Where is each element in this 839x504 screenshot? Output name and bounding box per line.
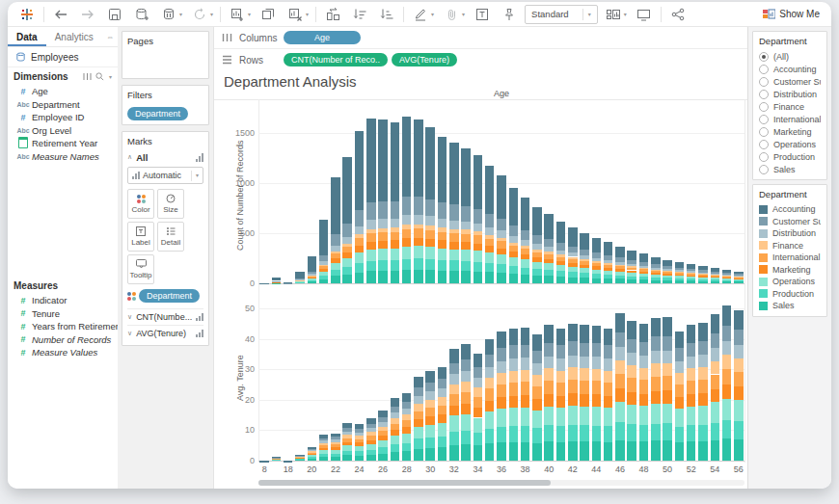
bar-segment[interactable] [568, 259, 578, 263]
bar-segment[interactable] [295, 458, 305, 459]
bar-segment[interactable] [438, 414, 447, 423]
bar-segment[interactable] [615, 422, 625, 439]
bar-segment[interactable] [449, 374, 459, 384]
bar-segment[interactable] [592, 266, 602, 269]
bar-segment[interactable] [449, 143, 459, 204]
fit-selector[interactable]: Standard ▾ [525, 5, 598, 24]
bar-segment[interactable] [556, 408, 566, 426]
bar-segment[interactable] [604, 371, 613, 383]
bar-segment[interactable] [485, 272, 495, 283]
rows-pill-cnt[interactable]: CNT(Number of Reco.. [284, 53, 388, 66]
bar-segment[interactable] [556, 426, 566, 441]
bar-segment[interactable] [651, 278, 661, 280]
bar-segment[interactable] [331, 450, 340, 454]
bar-segment[interactable] [461, 382, 471, 392]
bar-segment[interactable] [734, 276, 744, 277]
bar-segment[interactable] [568, 247, 578, 253]
bar-segment[interactable] [698, 393, 708, 406]
bar-segment[interactable] [402, 229, 412, 238]
filter-option[interactable]: Production [759, 150, 821, 163]
bar-segment[interactable] [342, 428, 352, 432]
bar-segment[interactable] [687, 357, 696, 369]
bar-segment[interactable] [391, 452, 400, 461]
bar-segment[interactable] [722, 273, 732, 275]
bar-segment[interactable] [698, 273, 708, 274]
bar-segment[interactable] [544, 407, 554, 426]
bar-segment[interactable] [568, 425, 578, 441]
bar-segment[interactable] [651, 271, 661, 273]
mark-type-dropdown[interactable]: Automatic ▾ [127, 167, 203, 184]
bar-segment[interactable] [627, 365, 636, 378]
bar-segment[interactable] [687, 276, 696, 277]
legend-item[interactable]: Distribution [759, 227, 821, 240]
bar-segment[interactable] [580, 357, 589, 369]
bar-segment[interactable] [615, 247, 625, 258]
bar-segment[interactable] [711, 375, 720, 389]
bar-segment[interactable] [391, 407, 400, 412]
bar-segment[interactable] [449, 271, 459, 283]
bar-segment[interactable] [414, 438, 423, 448]
bar-segment[interactable] [687, 277, 696, 279]
bar-segment[interactable] [331, 252, 340, 254]
bar-segment[interactable] [414, 258, 423, 269]
bar-segment[interactable] [568, 393, 578, 406]
bar-segment[interactable] [639, 380, 649, 393]
legend-item[interactable]: Production [759, 288, 821, 301]
bar-segment[interactable] [461, 392, 471, 404]
bar-segment[interactable] [425, 425, 435, 438]
bar-segment[interactable] [532, 235, 542, 244]
bar-segment[interactable] [521, 230, 530, 240]
bar-segment[interactable] [675, 279, 685, 280]
bar-segment[interactable] [474, 251, 483, 261]
bar-segment[interactable] [308, 457, 317, 459]
bar-segment[interactable] [711, 402, 720, 422]
horizontal-scrollbar-thumb[interactable] [258, 480, 551, 486]
bar-segment[interactable] [544, 381, 554, 394]
bar-segment[interactable] [651, 391, 661, 404]
bar-segment[interactable] [544, 239, 554, 247]
bar-segment[interactable] [366, 242, 376, 250]
bar-segment[interactable] [568, 263, 578, 267]
bar-segment[interactable] [342, 432, 352, 436]
pane-pin-icon[interactable]: ⇔ [106, 33, 114, 41]
bar-segment[interactable] [295, 458, 305, 459]
bar-segment[interactable] [461, 206, 471, 222]
bar-segment[interactable] [544, 357, 554, 369]
dimension-item[interactable]: Retirement Year [8, 137, 118, 150]
bar-segment[interactable] [651, 280, 661, 283]
bar-segment[interactable] [711, 333, 720, 348]
bar-segment[interactable] [687, 325, 696, 342]
marks-row-avg[interactable]: ∨ AVG(Tenure) [127, 325, 203, 341]
group-members-caret-icon[interactable]: ▾ [462, 11, 465, 17]
bar-segment[interactable] [402, 215, 412, 225]
filter-option[interactable]: Sales [759, 163, 821, 175]
bar-segment[interactable] [438, 260, 447, 271]
bar-segment[interactable] [355, 246, 365, 252]
bar-segment[interactable] [366, 250, 376, 261]
bar-segment[interactable] [461, 404, 471, 414]
measure-item[interactable]: #Tenure [8, 307, 118, 321]
bar-segment[interactable] [378, 201, 388, 219]
bar-segment[interactable] [378, 249, 388, 260]
bar-segment[interactable] [485, 411, 495, 429]
bar-segment[interactable] [308, 277, 317, 278]
bar-segment[interactable] [449, 415, 459, 431]
pause-updates-caret-icon[interactable]: ▾ [179, 11, 182, 17]
bar-segment[interactable] [711, 348, 720, 361]
bar-segment[interactable] [734, 279, 744, 279]
bar-segment[interactable] [366, 418, 376, 424]
bar-segment[interactable] [698, 406, 708, 425]
bar-segment[interactable] [711, 275, 720, 276]
bar-segment[interactable] [521, 395, 530, 407]
bar-segment[interactable] [687, 274, 696, 276]
bar-segment[interactable] [438, 240, 447, 248]
bar-segment[interactable] [615, 279, 625, 283]
bar-segment[interactable] [556, 345, 566, 358]
measure-item[interactable]: #Measure Values [8, 346, 118, 359]
bar-segment[interactable] [722, 270, 732, 273]
bar-segment[interactable] [497, 373, 506, 385]
bar-segment[interactable] [734, 279, 744, 280]
bar-segment[interactable] [342, 275, 352, 283]
marks-row-cnt[interactable]: ∨ CNT(Numbe... [127, 308, 203, 325]
bar-segment[interactable] [485, 246, 495, 252]
